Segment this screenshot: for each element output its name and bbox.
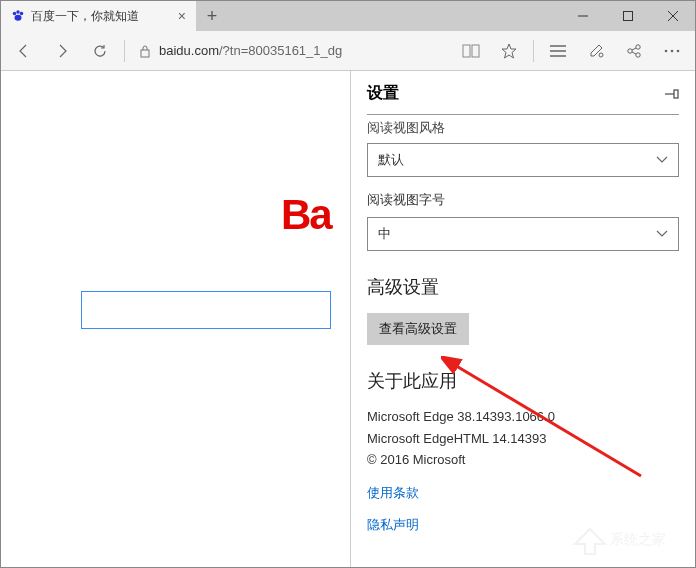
svg-point-3	[15, 15, 22, 21]
svg-point-20	[665, 49, 668, 52]
web-note-button[interactable]	[578, 33, 614, 69]
svg-point-2	[20, 12, 24, 16]
close-window-button[interactable]	[650, 1, 695, 31]
terms-link[interactable]: 使用条款	[367, 484, 679, 502]
svg-rect-8	[141, 50, 149, 57]
maximize-button[interactable]	[605, 1, 650, 31]
advanced-heading: 高级设置	[367, 275, 679, 299]
svg-point-15	[628, 48, 632, 52]
settings-title: 设置	[367, 83, 399, 104]
settings-panel: 设置 阅读视图风格 默认 阅读视图字号 中 高级设置 查看高级设置 关于此应用 …	[350, 71, 695, 567]
chevron-down-icon	[656, 230, 668, 238]
tab-close-icon[interactable]: ×	[178, 8, 186, 24]
address-bar[interactable]: baidu.com/?tn=80035161_1_dg	[131, 43, 451, 58]
view-advanced-settings-button[interactable]: 查看高级设置	[367, 313, 469, 345]
svg-point-17	[636, 52, 640, 56]
about-version-1: Microsoft Edge 38.14393.1066.0	[367, 407, 679, 427]
browser-tab[interactable]: 百度一下，你就知道 ×	[1, 1, 196, 31]
favorites-button[interactable]	[491, 33, 527, 69]
lock-icon	[139, 44, 151, 58]
reading-font-label: 阅读视图字号	[367, 191, 679, 209]
reading-font-value: 中	[378, 225, 391, 243]
svg-line-19	[632, 52, 636, 54]
svg-rect-9	[463, 45, 470, 57]
about-copyright: © 2016 Microsoft	[367, 450, 679, 470]
baidu-logo-partial: Ba	[281, 191, 331, 239]
baidu-favicon	[11, 9, 25, 23]
watermark: 系统之家	[565, 509, 685, 559]
svg-point-22	[677, 49, 680, 52]
content-area: Ba 设置 阅读视图风格 默认 阅读视图字号 中 高级设置 查看高级设置 关于此…	[1, 71, 695, 567]
svg-rect-5	[623, 12, 632, 21]
svg-point-21	[671, 49, 674, 52]
url-text: baidu.com/?tn=80035161_1_dg	[159, 43, 342, 58]
svg-point-0	[13, 12, 17, 16]
minimize-button[interactable]	[560, 1, 605, 31]
back-button[interactable]	[6, 33, 42, 69]
refresh-button[interactable]	[82, 33, 118, 69]
chevron-down-icon	[656, 156, 668, 164]
reading-view-button[interactable]	[453, 33, 489, 69]
svg-rect-10	[472, 45, 479, 57]
share-button[interactable]	[616, 33, 652, 69]
hub-button[interactable]	[540, 33, 576, 69]
svg-point-16	[636, 44, 640, 48]
reading-font-dropdown[interactable]: 中	[367, 217, 679, 251]
new-tab-button[interactable]: +	[196, 1, 228, 31]
reading-style-value: 默认	[378, 151, 404, 169]
forward-button[interactable]	[44, 33, 80, 69]
svg-point-1	[16, 10, 20, 14]
baidu-search-input[interactable]	[81, 291, 331, 329]
about-version-2: Microsoft EdgeHTML 14.14393	[367, 429, 679, 449]
svg-text:系统之家: 系统之家	[610, 531, 666, 547]
reading-style-dropdown[interactable]: 默认	[367, 143, 679, 177]
reading-style-label: 阅读视图风格	[367, 114, 679, 137]
svg-rect-24	[674, 90, 678, 98]
svg-line-18	[632, 48, 636, 50]
window-controls	[560, 1, 695, 31]
svg-point-14	[599, 53, 603, 57]
more-button[interactable]	[654, 33, 690, 69]
about-heading: 关于此应用	[367, 369, 679, 393]
toolbar: baidu.com/?tn=80035161_1_dg	[1, 31, 695, 71]
tab-title: 百度一下，你就知道	[31, 8, 172, 25]
pin-icon[interactable]	[665, 87, 679, 101]
titlebar: 百度一下，你就知道 × +	[1, 1, 695, 31]
